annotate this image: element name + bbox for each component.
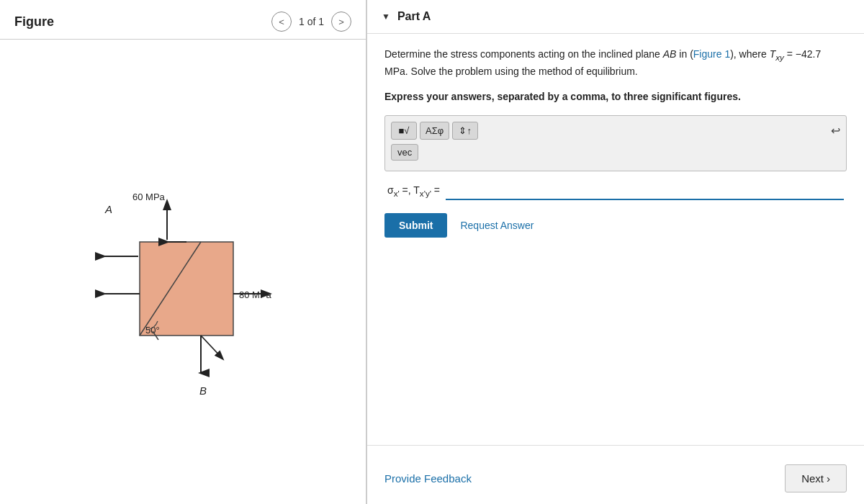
nav-next-button[interactable]: > (331, 12, 351, 32)
vec-button[interactable]: vec (391, 144, 418, 161)
part-body: Determine the stress components acting o… (367, 34, 864, 439)
answer-row: σx' =, Tx'y' = (384, 181, 847, 200)
figure-link[interactable]: Figure 1 (693, 48, 730, 60)
provide-feedback-link[interactable]: Provide Feedback (384, 472, 472, 485)
answer-label: σx' =, Tx'y' = (387, 184, 440, 198)
label-a: A (104, 203, 112, 215)
alpha-sigma-icon: ΑΣφ (426, 125, 444, 136)
request-answer-link[interactable]: Request Answer (460, 220, 534, 231)
part-header: ▼ Part A (367, 0, 864, 34)
undo-icon: ↩ (831, 125, 840, 137)
submit-row: Submit Request Answer (384, 213, 847, 238)
sqrt-icon: ■√ (399, 125, 410, 136)
toolbar-row-1: ■√ ΑΣφ ⇕↑ ↩ (391, 122, 840, 140)
problem-description: Determine the stress components acting o… (384, 47, 847, 80)
part-chevron-icon: ▼ (382, 12, 390, 22)
svg-text:80 MPa: 80 MPa (239, 289, 272, 300)
vec-label: vec (397, 147, 412, 158)
stress-diagram: A 60 MPa 80 MPa 50° (60, 135, 305, 409)
express-instructions: Express your answers, separated by a com… (384, 90, 847, 104)
svg-rect-2 (140, 242, 233, 336)
figure-nav: < 1 of 1 > (271, 12, 351, 32)
alpha-sigma-button[interactable]: ΑΣφ (420, 122, 449, 140)
arrows-icon: ⇕↑ (459, 125, 472, 136)
footer-row: Provide Feedback Next › (367, 457, 864, 504)
arrows-button[interactable]: ⇕↑ (452, 122, 478, 140)
divider (367, 445, 864, 446)
svg-text:60 MPa: 60 MPa (132, 192, 166, 202)
plane-label: AB (663, 48, 677, 60)
left-panel: Figure < 1 of 1 > A 60 MPa 80 MPa (0, 0, 367, 504)
nav-label: 1 of 1 (299, 16, 324, 27)
figure-title: Figure (14, 14, 54, 30)
answer-input[interactable] (446, 181, 844, 200)
svg-text:B: B (199, 384, 207, 397)
next-button[interactable]: Next › (785, 464, 847, 492)
right-panel: ▼ Part A Determine the stress components… (367, 0, 864, 504)
figure-canvas: A 60 MPa 80 MPa 50° (0, 40, 366, 504)
next-label: Next (801, 472, 824, 485)
submit-button[interactable]: Submit (384, 213, 447, 238)
svg-line-13 (201, 336, 222, 359)
tau-value: Txy (770, 48, 784, 60)
undo-button[interactable]: ↩ (831, 124, 840, 138)
figure-header: Figure < 1 of 1 > (0, 0, 366, 40)
math-toolbar: ■√ ΑΣφ ⇕↑ ↩ vec (384, 115, 847, 171)
toolbar-row-2: vec (391, 144, 840, 161)
sqrt-button[interactable]: ■√ (391, 122, 417, 140)
part-title: Part A (397, 10, 431, 23)
nav-prev-button[interactable]: < (271, 12, 292, 32)
svg-text:50°: 50° (145, 325, 160, 336)
next-arrow-icon: › (827, 472, 830, 485)
